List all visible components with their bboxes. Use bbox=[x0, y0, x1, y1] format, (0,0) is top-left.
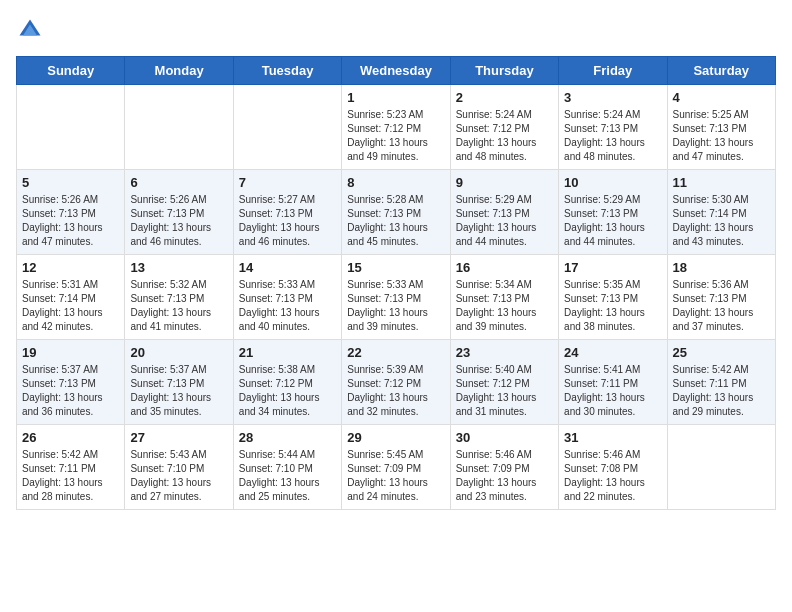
day-info: Sunrise: 5:39 AMSunset: 7:12 PMDaylight:… bbox=[347, 363, 444, 419]
day-header-tuesday: Tuesday bbox=[233, 57, 341, 85]
day-info: Sunrise: 5:37 AMSunset: 7:13 PMDaylight:… bbox=[130, 363, 227, 419]
day-info: Sunrise: 5:24 AMSunset: 7:13 PMDaylight:… bbox=[564, 108, 661, 164]
calendar-day-2: 2Sunrise: 5:24 AMSunset: 7:12 PMDaylight… bbox=[450, 85, 558, 170]
calendar-day-15: 15Sunrise: 5:33 AMSunset: 7:13 PMDayligh… bbox=[342, 255, 450, 340]
calendar-day-1: 1Sunrise: 5:23 AMSunset: 7:12 PMDaylight… bbox=[342, 85, 450, 170]
day-number: 5 bbox=[22, 175, 119, 190]
calendar-day-13: 13Sunrise: 5:32 AMSunset: 7:13 PMDayligh… bbox=[125, 255, 233, 340]
day-info: Sunrise: 5:46 AMSunset: 7:09 PMDaylight:… bbox=[456, 448, 553, 504]
day-number: 9 bbox=[456, 175, 553, 190]
day-number: 15 bbox=[347, 260, 444, 275]
calendar-day-26: 26Sunrise: 5:42 AMSunset: 7:11 PMDayligh… bbox=[17, 425, 125, 510]
calendar-day-7: 7Sunrise: 5:27 AMSunset: 7:13 PMDaylight… bbox=[233, 170, 341, 255]
calendar-day-28: 28Sunrise: 5:44 AMSunset: 7:10 PMDayligh… bbox=[233, 425, 341, 510]
day-info: Sunrise: 5:24 AMSunset: 7:12 PMDaylight:… bbox=[456, 108, 553, 164]
day-number: 17 bbox=[564, 260, 661, 275]
day-number: 19 bbox=[22, 345, 119, 360]
day-number: 29 bbox=[347, 430, 444, 445]
day-number: 11 bbox=[673, 175, 770, 190]
calendar-header-row: SundayMondayTuesdayWednesdayThursdayFrid… bbox=[17, 57, 776, 85]
day-number: 30 bbox=[456, 430, 553, 445]
calendar-day-27: 27Sunrise: 5:43 AMSunset: 7:10 PMDayligh… bbox=[125, 425, 233, 510]
day-number: 13 bbox=[130, 260, 227, 275]
day-header-saturday: Saturday bbox=[667, 57, 775, 85]
day-number: 26 bbox=[22, 430, 119, 445]
day-number: 22 bbox=[347, 345, 444, 360]
calendar-empty-cell bbox=[125, 85, 233, 170]
day-info: Sunrise: 5:42 AMSunset: 7:11 PMDaylight:… bbox=[673, 363, 770, 419]
day-info: Sunrise: 5:23 AMSunset: 7:12 PMDaylight:… bbox=[347, 108, 444, 164]
calendar-week-row: 19Sunrise: 5:37 AMSunset: 7:13 PMDayligh… bbox=[17, 340, 776, 425]
day-info: Sunrise: 5:33 AMSunset: 7:13 PMDaylight:… bbox=[239, 278, 336, 334]
calendar-empty-cell bbox=[667, 425, 775, 510]
day-info: Sunrise: 5:31 AMSunset: 7:14 PMDaylight:… bbox=[22, 278, 119, 334]
day-number: 14 bbox=[239, 260, 336, 275]
day-number: 21 bbox=[239, 345, 336, 360]
day-number: 27 bbox=[130, 430, 227, 445]
day-info: Sunrise: 5:46 AMSunset: 7:08 PMDaylight:… bbox=[564, 448, 661, 504]
day-number: 10 bbox=[564, 175, 661, 190]
calendar-week-row: 12Sunrise: 5:31 AMSunset: 7:14 PMDayligh… bbox=[17, 255, 776, 340]
calendar-day-9: 9Sunrise: 5:29 AMSunset: 7:13 PMDaylight… bbox=[450, 170, 558, 255]
day-number: 20 bbox=[130, 345, 227, 360]
day-info: Sunrise: 5:26 AMSunset: 7:13 PMDaylight:… bbox=[22, 193, 119, 249]
calendar-day-11: 11Sunrise: 5:30 AMSunset: 7:14 PMDayligh… bbox=[667, 170, 775, 255]
day-number: 4 bbox=[673, 90, 770, 105]
day-number: 1 bbox=[347, 90, 444, 105]
day-info: Sunrise: 5:36 AMSunset: 7:13 PMDaylight:… bbox=[673, 278, 770, 334]
day-header-monday: Monday bbox=[125, 57, 233, 85]
calendar-week-row: 26Sunrise: 5:42 AMSunset: 7:11 PMDayligh… bbox=[17, 425, 776, 510]
day-info: Sunrise: 5:33 AMSunset: 7:13 PMDaylight:… bbox=[347, 278, 444, 334]
calendar-day-24: 24Sunrise: 5:41 AMSunset: 7:11 PMDayligh… bbox=[559, 340, 667, 425]
calendar-day-18: 18Sunrise: 5:36 AMSunset: 7:13 PMDayligh… bbox=[667, 255, 775, 340]
calendar-day-23: 23Sunrise: 5:40 AMSunset: 7:12 PMDayligh… bbox=[450, 340, 558, 425]
header bbox=[16, 16, 776, 44]
calendar-day-6: 6Sunrise: 5:26 AMSunset: 7:13 PMDaylight… bbox=[125, 170, 233, 255]
calendar-week-row: 5Sunrise: 5:26 AMSunset: 7:13 PMDaylight… bbox=[17, 170, 776, 255]
calendar-day-29: 29Sunrise: 5:45 AMSunset: 7:09 PMDayligh… bbox=[342, 425, 450, 510]
day-header-friday: Friday bbox=[559, 57, 667, 85]
calendar-day-4: 4Sunrise: 5:25 AMSunset: 7:13 PMDaylight… bbox=[667, 85, 775, 170]
generalblue-logo-icon bbox=[16, 16, 44, 44]
calendar-day-5: 5Sunrise: 5:26 AMSunset: 7:13 PMDaylight… bbox=[17, 170, 125, 255]
calendar-day-10: 10Sunrise: 5:29 AMSunset: 7:13 PMDayligh… bbox=[559, 170, 667, 255]
calendar-day-17: 17Sunrise: 5:35 AMSunset: 7:13 PMDayligh… bbox=[559, 255, 667, 340]
day-number: 8 bbox=[347, 175, 444, 190]
day-info: Sunrise: 5:45 AMSunset: 7:09 PMDaylight:… bbox=[347, 448, 444, 504]
calendar-day-22: 22Sunrise: 5:39 AMSunset: 7:12 PMDayligh… bbox=[342, 340, 450, 425]
calendar-day-19: 19Sunrise: 5:37 AMSunset: 7:13 PMDayligh… bbox=[17, 340, 125, 425]
calendar-empty-cell bbox=[233, 85, 341, 170]
day-info: Sunrise: 5:44 AMSunset: 7:10 PMDaylight:… bbox=[239, 448, 336, 504]
day-info: Sunrise: 5:26 AMSunset: 7:13 PMDaylight:… bbox=[130, 193, 227, 249]
day-number: 16 bbox=[456, 260, 553, 275]
logo bbox=[16, 16, 48, 44]
day-info: Sunrise: 5:32 AMSunset: 7:13 PMDaylight:… bbox=[130, 278, 227, 334]
calendar-day-3: 3Sunrise: 5:24 AMSunset: 7:13 PMDaylight… bbox=[559, 85, 667, 170]
calendar-day-8: 8Sunrise: 5:28 AMSunset: 7:13 PMDaylight… bbox=[342, 170, 450, 255]
day-info: Sunrise: 5:41 AMSunset: 7:11 PMDaylight:… bbox=[564, 363, 661, 419]
calendar-empty-cell bbox=[17, 85, 125, 170]
day-number: 3 bbox=[564, 90, 661, 105]
day-info: Sunrise: 5:40 AMSunset: 7:12 PMDaylight:… bbox=[456, 363, 553, 419]
day-header-wednesday: Wednesday bbox=[342, 57, 450, 85]
day-info: Sunrise: 5:37 AMSunset: 7:13 PMDaylight:… bbox=[22, 363, 119, 419]
day-info: Sunrise: 5:42 AMSunset: 7:11 PMDaylight:… bbox=[22, 448, 119, 504]
calendar-day-16: 16Sunrise: 5:34 AMSunset: 7:13 PMDayligh… bbox=[450, 255, 558, 340]
day-number: 23 bbox=[456, 345, 553, 360]
day-number: 24 bbox=[564, 345, 661, 360]
day-number: 12 bbox=[22, 260, 119, 275]
day-info: Sunrise: 5:43 AMSunset: 7:10 PMDaylight:… bbox=[130, 448, 227, 504]
day-info: Sunrise: 5:35 AMSunset: 7:13 PMDaylight:… bbox=[564, 278, 661, 334]
day-number: 6 bbox=[130, 175, 227, 190]
calendar-day-25: 25Sunrise: 5:42 AMSunset: 7:11 PMDayligh… bbox=[667, 340, 775, 425]
calendar-day-21: 21Sunrise: 5:38 AMSunset: 7:12 PMDayligh… bbox=[233, 340, 341, 425]
day-number: 18 bbox=[673, 260, 770, 275]
calendar-day-12: 12Sunrise: 5:31 AMSunset: 7:14 PMDayligh… bbox=[17, 255, 125, 340]
day-number: 25 bbox=[673, 345, 770, 360]
calendar-day-30: 30Sunrise: 5:46 AMSunset: 7:09 PMDayligh… bbox=[450, 425, 558, 510]
day-number: 31 bbox=[564, 430, 661, 445]
day-info: Sunrise: 5:27 AMSunset: 7:13 PMDaylight:… bbox=[239, 193, 336, 249]
day-info: Sunrise: 5:28 AMSunset: 7:13 PMDaylight:… bbox=[347, 193, 444, 249]
day-info: Sunrise: 5:30 AMSunset: 7:14 PMDaylight:… bbox=[673, 193, 770, 249]
calendar-week-row: 1Sunrise: 5:23 AMSunset: 7:12 PMDaylight… bbox=[17, 85, 776, 170]
